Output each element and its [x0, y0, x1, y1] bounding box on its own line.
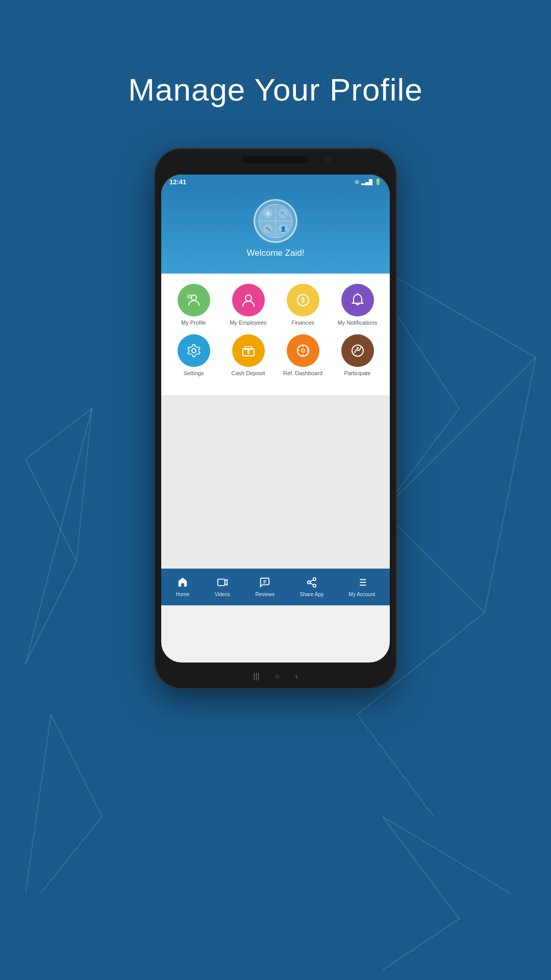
- grid-row-1: My Profile My Employees: [166, 284, 385, 326]
- svg-line-51: [310, 583, 313, 585]
- nav-item-share-app[interactable]: Share App: [296, 575, 328, 599]
- settings-icon-circle: [178, 334, 210, 367]
- grid-row-2: Settings $ Cash Deposit: [166, 334, 385, 377]
- svg-line-7: [485, 357, 536, 612]
- videos-icon: [217, 577, 228, 591]
- grid-item-my-notifications[interactable]: My Notifications: [335, 284, 381, 326]
- my-account-icon: [356, 577, 367, 591]
- my-profile-icon-circle: [178, 284, 210, 316]
- phone-camera: [325, 157, 331, 162]
- svg-line-8: [26, 459, 77, 561]
- svg-line-9: [26, 561, 77, 664]
- svg-point-36: [192, 349, 196, 353]
- participate-label: Participate: [344, 370, 371, 377]
- grid-item-cash-deposit[interactable]: $ Cash Deposit: [226, 334, 271, 377]
- grid-content: My Profile My Employees: [161, 274, 390, 395]
- svg-point-42: [302, 349, 305, 352]
- svg-line-13: [51, 715, 102, 817]
- participate-icon-circle: [341, 334, 374, 367]
- svg-point-44: [357, 347, 359, 349]
- svg-line-10: [26, 408, 92, 459]
- finances-label: Finances: [291, 320, 314, 326]
- welcome-text: Welcome Zaid!: [246, 248, 304, 258]
- phone-frame: 12:41 ⊜ ▂▄█ 🔋 ⚙ 🔧: [154, 148, 397, 689]
- cash-deposit-icon-circle: $: [232, 334, 265, 367]
- grid-item-my-profile[interactable]: My Profile: [171, 284, 217, 326]
- nav-item-videos[interactable]: Videos: [211, 575, 234, 599]
- svg-rect-45: [218, 579, 225, 586]
- svg-text:⚙: ⚙: [266, 211, 270, 216]
- lower-content-area: [161, 395, 390, 569]
- ref-dashboard-icon-circle: [287, 334, 319, 367]
- svg-line-4: [357, 715, 434, 817]
- avatar: ⚙ 🔧 🔨 👤: [254, 199, 297, 243]
- svg-line-11: [77, 408, 92, 561]
- grid-item-settings[interactable]: Settings: [171, 334, 217, 377]
- grid-item-finances[interactable]: $ Finances: [280, 284, 326, 326]
- home-icon: [177, 577, 188, 591]
- phone-screen: 12:41 ⊜ ▂▄█ 🔋 ⚙ 🔧: [161, 175, 390, 663]
- grid-item-my-employees[interactable]: My Employees: [226, 284, 271, 326]
- my-account-label: My Account: [349, 592, 375, 597]
- grid-item-ref-dashboard[interactable]: Ref. Dashboard: [280, 334, 326, 377]
- ref-dashboard-label: Ref. Dashboard: [283, 370, 322, 377]
- svg-line-16: [383, 817, 459, 919]
- svg-text:👤: 👤: [280, 226, 287, 232]
- svg-point-49: [308, 581, 311, 584]
- svg-point-48: [313, 578, 316, 581]
- my-employees-label: My Employees: [230, 320, 266, 326]
- grid-item-participate[interactable]: Participate: [335, 334, 381, 377]
- recents-gesture: ‹: [295, 672, 297, 681]
- home-label: Home: [176, 592, 190, 597]
- my-profile-label: My Profile: [181, 320, 206, 326]
- bottom-nav: Home Videos: [161, 569, 390, 605]
- svg-line-6: [383, 357, 536, 510]
- svg-text:🔨: 🔨: [265, 226, 271, 232]
- svg-line-2: [383, 510, 485, 612]
- nav-item-reviews[interactable]: Reviews: [251, 575, 279, 599]
- nav-item-my-account[interactable]: My Account: [345, 575, 380, 599]
- svg-line-52: [310, 580, 313, 582]
- svg-text:🔧: 🔧: [280, 210, 287, 217]
- page-title: Manage Your Profile: [0, 71, 551, 108]
- svg-point-32: [245, 295, 252, 301]
- phone-notch: [242, 156, 309, 163]
- svg-line-12: [26, 408, 92, 664]
- svg-line-15: [26, 715, 51, 893]
- cash-deposit-label: Cash Deposit: [231, 370, 265, 377]
- my-notifications-label: My Notifications: [338, 320, 378, 326]
- status-time: 12:41: [169, 178, 186, 186]
- svg-point-50: [313, 584, 316, 587]
- svg-line-18: [383, 817, 510, 893]
- finances-icon-circle: $: [287, 284, 319, 316]
- reviews-icon: [259, 577, 270, 591]
- back-gesture: |||: [253, 672, 259, 681]
- nav-item-home[interactable]: Home: [172, 575, 194, 599]
- share-app-icon: [306, 577, 317, 591]
- status-bar: 12:41 ⊜ ▂▄█ 🔋: [161, 175, 390, 189]
- svg-rect-31: [188, 295, 192, 298]
- videos-label: Videos: [215, 592, 230, 597]
- svg-text:$: $: [247, 350, 249, 355]
- svg-line-17: [383, 919, 459, 970]
- my-employees-icon-circle: [232, 284, 265, 316]
- svg-text:$: $: [301, 296, 305, 304]
- reviews-label: Reviews: [255, 592, 274, 597]
- my-notifications-icon-circle: [341, 284, 374, 316]
- settings-label: Settings: [184, 370, 204, 377]
- app-header: ⚙ 🔧 🔨 👤 Welcome Zaid!: [161, 189, 390, 274]
- svg-line-14: [41, 817, 102, 893]
- phone-gesture-bar: ||| ○ ‹: [253, 672, 297, 681]
- share-app-label: Share App: [300, 592, 324, 597]
- status-icons: ⊜ ▂▄█ 🔋: [355, 179, 382, 185]
- home-gesture: ○: [275, 672, 280, 681]
